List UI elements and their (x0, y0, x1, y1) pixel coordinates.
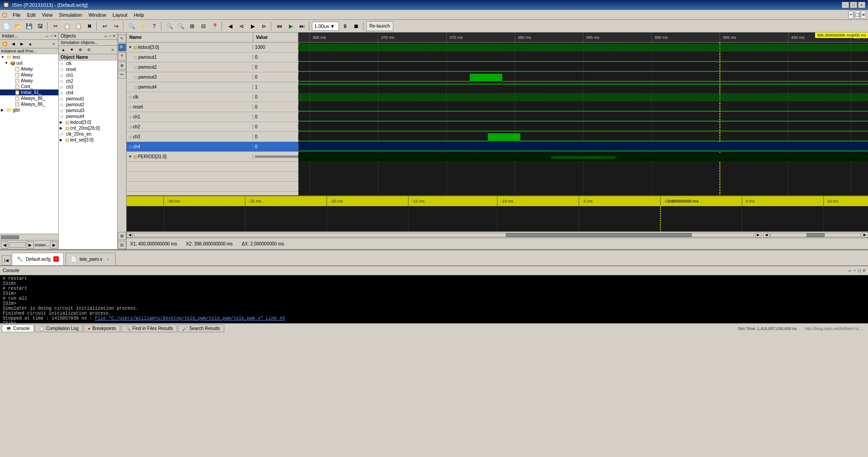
menu-help[interactable]: Help (131, 11, 147, 19)
console-tab-breakpoints[interactable]: ● Breakpoints (84, 325, 120, 332)
obj-ledout[interactable]: ▶ ▤ ledout[3:0] (59, 119, 117, 125)
sidebar-marker-icon[interactable]: 📍 (118, 52, 126, 61)
tb-zoom-out[interactable]: 🔍 (175, 21, 186, 31)
signal-row-pwmout4[interactable]: ◷ pwmout4 1 (127, 82, 298, 92)
menu-file[interactable]: File (10, 11, 24, 19)
nav-first[interactable]: |◀ (2, 255, 11, 265)
wave2-scroll-left[interactable]: ◀ (763, 232, 769, 238)
obj-clk20[interactable]: ◷ clk_20ns_en (59, 131, 117, 137)
signal-row-ch4[interactable]: ◷ ch4 0 (127, 142, 298, 152)
obj-cnt[interactable]: ▶ ▤ cnt_20ns[26:0] (59, 125, 117, 131)
wave-scroll-right[interactable]: ▶ (755, 232, 761, 238)
tree-item-always86-2[interactable]: 📋 Always_86_ (0, 101, 58, 107)
inst-tb5[interactable]: » (50, 40, 58, 47)
inst-nav-btn[interactable]: ▶ (50, 241, 57, 249)
wave2-scrollbar-thumb[interactable] (807, 233, 825, 237)
console-max[interactable]: □ (858, 268, 861, 273)
obj-ch2[interactable]: ◷ ch2 (59, 78, 117, 84)
tb-restart[interactable]: ⏮ (274, 21, 285, 31)
wave2-scroll-right[interactable]: ▶ (862, 232, 868, 238)
close-btn[interactable]: × (858, 2, 865, 8)
tree-item-always3[interactable]: 📋 Alway (0, 78, 58, 84)
sidebar-zoom-icon[interactable]: 🔍 (118, 43, 126, 52)
obj-reset[interactable]: ◷ reset (59, 66, 117, 72)
tb-zoom-in[interactable]: 🔍 (164, 21, 175, 31)
minimize-btn[interactable]: − (842, 2, 849, 8)
obj-tb4[interactable]: ⊖ (85, 46, 93, 53)
tb-add-wave[interactable]: ⚡ (137, 21, 148, 31)
sidebar-snap-icon[interactable]: ⊞ (118, 232, 126, 240)
tb-step-right[interactable]: ⊳ (259, 21, 269, 31)
console-tab-compilation[interactable]: 📋 Compilation Log (35, 325, 83, 332)
tree-item-initial61[interactable]: 📋 Initial_61_ (0, 90, 58, 95)
signal-row-clk[interactable]: ◷ clk 0 (127, 92, 298, 102)
objects-min[interactable]: − (109, 33, 112, 38)
console-close[interactable]: × (863, 268, 865, 273)
console-content[interactable]: # restart ISim> # restart ISim> # run al… (0, 275, 868, 323)
tb-new[interactable]: 📄 (1, 21, 12, 31)
signal-row-ledout[interactable]: ▼ ▤ ledout[3:0] 1000 (127, 42, 298, 52)
inst-nav-left[interactable]: ◀ (1, 241, 8, 249)
inst-tb4[interactable]: ▲ (26, 40, 34, 47)
tb-cut[interactable]: ✂ (50, 21, 61, 31)
tb-delete[interactable]: ✖ (84, 21, 95, 31)
signal-row-pwmout1[interactable]: ◷ pwmout1 0 (127, 52, 298, 62)
time-dropdown[interactable]: 1.00us ▼ (312, 22, 339, 31)
period-expand-icon[interactable]: ▼ (128, 155, 132, 159)
obj-pwmout2[interactable]: ◷ pwmout2 (59, 102, 117, 108)
signal-row-period[interactable]: ▼ ▤ PERIOD[31:0] 00000000000000000000000… (127, 152, 298, 162)
obj-ch4[interactable]: ◷ ch4 (59, 90, 117, 96)
tb-pan-right[interactable]: ▶ (247, 21, 258, 31)
obj-pwmout4[interactable]: ◷ pwmout4 (59, 113, 117, 119)
menu-layout[interactable]: Layout (110, 11, 130, 19)
tb-run-to[interactable]: ⏭ (297, 21, 307, 31)
obj-tb1[interactable]: ▲ (59, 46, 67, 53)
tree-item-test[interactable]: ▼ 📁 test (0, 54, 58, 60)
instance-close[interactable]: × (54, 33, 57, 38)
wave-scroll-left[interactable]: ◀ (127, 232, 133, 238)
tb-save2[interactable]: 🖫 (35, 21, 46, 31)
wave-scrollbar-thumb[interactable] (506, 233, 692, 237)
sidebar-cursor-icon[interactable]: ↖ (118, 34, 126, 42)
tb-save[interactable]: 💾 (24, 21, 34, 31)
inst-nav-right[interactable]: ▶ (27, 241, 34, 249)
maximize-btn[interactable]: □ (850, 2, 857, 8)
console-tab-search[interactable]: 🔎 Search Results (178, 325, 224, 332)
main-close-btn[interactable]: × (861, 10, 866, 19)
tree-item-uut[interactable]: ▼ 📦 uut (0, 60, 58, 66)
signal-row-ch1[interactable]: ◷ ch1 0 (127, 112, 298, 122)
console-pin[interactable]: ↔ (847, 268, 852, 273)
sidebar-grid-icon[interactable]: ⊟ (118, 241, 126, 249)
inst-tb1[interactable]: 🔼 (0, 40, 9, 47)
obj-clk[interactable]: ◷ clk (59, 61, 117, 66)
signal-row-pwmout2[interactable]: ◷ pwmout2 0 (127, 62, 298, 72)
tb-undo[interactable]: ↩ (99, 21, 110, 31)
console-tab-find[interactable]: 🔍 Find in Files Results (121, 325, 177, 332)
tab-tele-pwm[interactable]: 📄 tele_pwm.v × (66, 253, 116, 265)
tb-open[interactable]: 📂 (12, 21, 23, 31)
tb-run[interactable]: ▶ (285, 21, 296, 31)
tree-item-cont[interactable]: 📋 Cont_ (0, 84, 58, 90)
tb-zoom-fit[interactable]: ⊞ (187, 21, 198, 31)
obj-tb5[interactable]: » (108, 46, 117, 53)
ledout-expand-icon[interactable]: ▼ (128, 45, 132, 49)
tb-marker[interactable]: 📍 (209, 21, 220, 31)
objects-close[interactable]: × (113, 33, 115, 38)
main-maximize-btn[interactable]: □ (854, 10, 860, 19)
menu-edit[interactable]: Edit (24, 11, 38, 19)
tb-paste[interactable]: 📋 (73, 21, 84, 31)
tb-relaunch[interactable]: Re-launch (366, 21, 393, 31)
tb-zoom-sel[interactable]: ⊟ (198, 21, 209, 31)
tab-default-wcfg[interactable]: 🔧 Default.wcfg × (12, 253, 64, 265)
obj-tb3[interactable]: ⊕ (76, 46, 85, 53)
console-min[interactable]: − (854, 268, 856, 273)
sidebar-insert-icon[interactable]: ⊕ (118, 61, 126, 70)
signal-row-ch3[interactable]: ◷ ch3 0 (127, 132, 298, 142)
instance-pin[interactable]: ↔ (45, 33, 49, 38)
inst-tb2[interactable]: ◀ (9, 40, 17, 47)
tb-redo[interactable]: ↪ (111, 21, 122, 31)
tb-pan-left[interactable]: ◀ (225, 21, 236, 31)
tree-item-always86-1[interactable]: 📋 Always_86_ (0, 95, 58, 101)
menu-view[interactable]: View (39, 11, 56, 19)
tree-item-always2[interactable]: 📋 Alway (0, 72, 58, 78)
